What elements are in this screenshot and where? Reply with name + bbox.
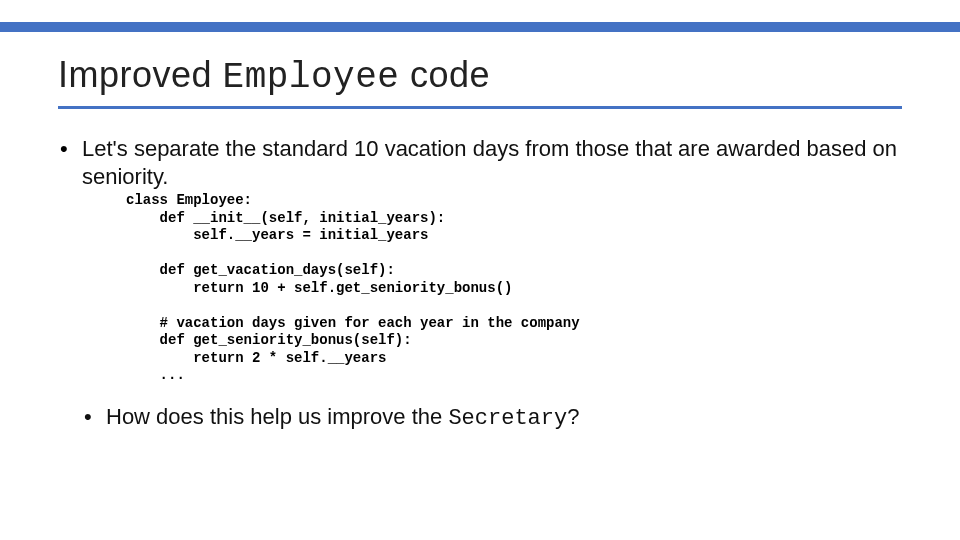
code-l3: self.__years = initial_years bbox=[126, 227, 428, 243]
code-block: class Employee: def __init__(self, initi… bbox=[126, 192, 902, 385]
code-l6a: return 10 + self. bbox=[126, 280, 336, 296]
top-accent-bar bbox=[0, 22, 960, 32]
sub-bullet-list: How does this help us improve the Secret… bbox=[82, 403, 902, 433]
title-part3: code bbox=[399, 54, 490, 95]
code-l1: class Employee: bbox=[126, 192, 252, 208]
code-l9: def get_seniority_bonus(self): bbox=[126, 332, 412, 348]
bullet-2: How does this help us improve the Secret… bbox=[82, 403, 902, 433]
title-underline bbox=[58, 106, 902, 109]
code-l11: ... bbox=[126, 367, 185, 383]
bullet-1: Let's separate the standard 10 vacation … bbox=[58, 135, 902, 432]
code-l2: def __init__(self, initial_years): bbox=[126, 210, 445, 226]
bullet-list: Let's separate the standard 10 vacation … bbox=[58, 135, 902, 432]
bullet-2-mono: Secretary bbox=[448, 406, 567, 431]
title-part-mono: Employee bbox=[223, 57, 400, 98]
slide-title: Improved Employee code bbox=[58, 54, 902, 98]
code-l8: # vacation days given for each year in t… bbox=[126, 315, 580, 331]
bullet-1-text: Let's separate the standard 10 vacation … bbox=[82, 136, 897, 189]
bullet-2-post: ? bbox=[567, 404, 579, 429]
code-l5: def get_vacation_days(self): bbox=[126, 262, 395, 278]
code-l6b: get_seniority_bonus() bbox=[336, 280, 512, 296]
code-l10: return 2 * self.__years bbox=[126, 350, 386, 366]
title-part1: Improved bbox=[58, 54, 223, 95]
bullet-2-pre: How does this help us improve the bbox=[106, 404, 448, 429]
slide-body: Improved Employee code Let's separate th… bbox=[0, 0, 960, 432]
